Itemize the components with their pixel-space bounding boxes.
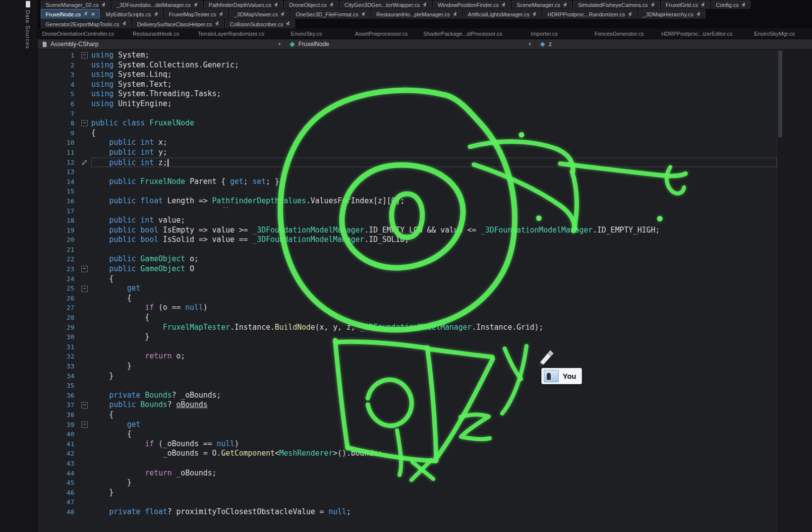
pin-icon[interactable]: [285, 21, 291, 28]
pin-icon[interactable]: [192, 1, 199, 8]
tab-config-cs[interactable]: Config.cs: [711, 0, 751, 9]
pin-icon[interactable]: [360, 11, 366, 18]
tab-envirosky-cs[interactable]: EnviroSky.cs: [269, 28, 344, 39]
pin-icon[interactable]: [500, 1, 507, 8]
tab-citygen3dgen-torwrapper-cs[interactable]: CityGen3DGen...torWrapper.cs: [340, 0, 432, 9]
code-line-17[interactable]: 17: [38, 206, 777, 216]
code-line-6[interactable]: 6using UnityEngine;: [38, 99, 777, 109]
code-line-36[interactable]: 36 private Bounds? _oBounds;: [38, 391, 777, 401]
code-line-24[interactable]: 24 {: [38, 274, 777, 284]
code-line-48[interactable]: 48 private float? proximityToClosestObst…: [38, 507, 777, 517]
code-line-2[interactable]: 2using System.Collections.Generic;: [38, 60, 777, 70]
code-line-3[interactable]: 3using System.Linq;: [38, 70, 777, 80]
code-line-19[interactable]: 19 public bool IsEmpty => value >= _3DFo…: [38, 226, 777, 236]
tab-close-icon[interactable]: ×: [91, 11, 95, 17]
code-line-21[interactable]: 21: [38, 245, 777, 255]
code-line-15[interactable]: 15: [38, 186, 777, 196]
code-line-40[interactable]: 40 {: [38, 429, 777, 439]
tab-shaderpackage-stprocessor-cs[interactable]: ShaderPackage...stProcessor.cs: [419, 28, 507, 39]
tab-fencesgenerator-cs[interactable]: FencesGenerator.cs: [582, 28, 657, 39]
pin-icon[interactable]: [82, 11, 89, 18]
code-line-16[interactable]: 16 public float Length => PathfinderDept…: [38, 196, 777, 206]
code-line-35[interactable]: 35: [38, 381, 777, 391]
code-line-39[interactable]: 39− get: [38, 420, 777, 430]
pin-icon[interactable]: [100, 1, 107, 8]
tab-importer-cs[interactable]: Importer.cs: [507, 28, 581, 39]
pin-icon[interactable]: [421, 1, 428, 8]
code-line-8[interactable]: 8−public class FruxelNode: [38, 118, 777, 128]
tab-fruxelmaptester-cs[interactable]: FruxelMapTester.cs: [164, 9, 228, 19]
tab-restaurantho-plemanager-cs[interactable]: RestaurantHo...pleManager.cs: [371, 9, 462, 19]
tab-droneobject-cs[interactable]: DroneObject.cs: [284, 0, 339, 9]
code-line-46[interactable]: 46 }: [38, 488, 777, 498]
tab-terrainlayerrandomizer-cs[interactable]: TerrainLayerRandomizer.cs: [193, 28, 269, 39]
tab-pathfinderdepthvalues-cs[interactable]: PathfinderDepthValues.cs: [204, 0, 283, 9]
fold-collapse-icon[interactable]: −: [81, 286, 88, 292]
project-dropdown[interactable]: Assembly-CSharp ▾: [38, 39, 285, 49]
code-line-27[interactable]: 27 if (o == null): [38, 303, 777, 313]
code-line-34[interactable]: 34 }: [38, 371, 777, 381]
tab-windowpositionfinder-cs[interactable]: WindowPositionFinder.cs: [433, 0, 511, 9]
code-line-45[interactable]: 45 }: [38, 478, 777, 488]
tab-generator2exportmaptools-cs[interactable]: Generator2ExportMapTools.cs: [41, 19, 131, 28]
pin-icon[interactable]: [740, 1, 747, 8]
code-line-12[interactable]: 12 public int z;: [38, 158, 777, 168]
tab-onesec3d-fileformat-cs[interactable]: OneSec3D_FileFormat.cs: [290, 9, 370, 19]
fold-collapse-icon[interactable]: −: [81, 402, 88, 409]
tab-artificiallightsmanager-cs[interactable]: ArtificialLightsManager.cs: [463, 9, 542, 19]
code-line-20[interactable]: 20 public bool IsSolid => value == _3DFo…: [38, 235, 777, 245]
tab-droneorientationcontroller-cs[interactable]: DroneOrientationController.cs: [38, 28, 118, 39]
code-line-31[interactable]: 31: [38, 342, 777, 352]
pin-icon[interactable]: [627, 11, 633, 18]
code-line-7[interactable]: 7: [38, 109, 777, 119]
scrollbar-thumb[interactable]: [778, 51, 782, 137]
code-line-32[interactable]: 32 return o;: [38, 352, 777, 361]
pin-icon[interactable]: [699, 1, 706, 8]
code-line-23[interactable]: 23− public GameObject O: [38, 264, 777, 274]
pin-icon[interactable]: [695, 11, 701, 18]
code-line-47[interactable]: 47: [38, 497, 777, 507]
fold-collapse-icon[interactable]: −: [81, 266, 88, 272]
code-line-14[interactable]: 14 public FruxelNode Parent { get; set; …: [38, 177, 777, 187]
code-line-37[interactable]: 37− public Bounds? oBounds: [38, 400, 777, 410]
code-line-1[interactable]: 1−using System;: [38, 51, 777, 60]
code-line-42[interactable]: 42 _oBounds = O.GetComponent<MeshRendere…: [38, 449, 777, 459]
data-sources-tab[interactable]: Data Sources: [25, 10, 31, 49]
code-line-22[interactable]: 22 public GameObject o;: [38, 254, 777, 264]
code-line-30[interactable]: 30 }: [38, 332, 777, 342]
pin-icon[interactable]: [273, 1, 279, 8]
tab-scenemanager-cs[interactable]: SceneManager.cs: [512, 0, 572, 9]
tab-myeditorscripts-cs[interactable]: MyEditorScripts.cs: [101, 9, 163, 19]
code-line-43[interactable]: 43: [38, 459, 777, 469]
tab-scenemanager-02-cs[interactable]: SceneManager_02.cs: [41, 0, 111, 9]
code-line-41[interactable]: 41 if (_oBounds == null): [38, 439, 777, 449]
code-line-4[interactable]: 4using System.Text;: [38, 80, 777, 90]
pin-icon[interactable]: [214, 21, 220, 28]
code-line-18[interactable]: 18 public int value;: [38, 216, 777, 226]
tab-3dmaphierarchy-cs[interactable]: _3DMapHierarchy.cs: [638, 9, 705, 19]
pin-icon[interactable]: [562, 1, 568, 8]
pin-icon[interactable]: [328, 1, 335, 8]
tab-hdrppostproc-izereditor-cs[interactable]: HDRPPostproc...izerEditor.cs: [657, 28, 737, 39]
code-editor[interactable]: 1−using System;2using System.Collections…: [38, 50, 777, 532]
tab-assetpreprocessor-cs[interactable]: AssetPreprocessor.cs: [344, 28, 419, 39]
tab-restauranthook-cs[interactable]: RestaurantHook.cs: [118, 28, 193, 39]
pin-icon[interactable]: [649, 1, 656, 8]
tab-collisionsubscriber-cs[interactable]: CollisionSubscriber.cs: [225, 19, 295, 28]
type-dropdown[interactable]: FruxelNode ▾: [285, 39, 535, 49]
pin-icon[interactable]: [218, 11, 224, 18]
tab-fruxelgrid-cs[interactable]: FruxelGrid.cs: [661, 0, 710, 9]
code-line-9[interactable]: 9{: [38, 128, 777, 138]
pin-icon[interactable]: [121, 21, 127, 28]
tab-deliverysurfaceclasshelper-cs[interactable]: DeliverySurfaceClassHelper.cs: [132, 19, 224, 28]
code-line-26[interactable]: 26 {: [38, 294, 777, 303]
member-dropdown[interactable]: z: [535, 39, 608, 49]
code-line-5[interactable]: 5using System.Threading.Tasks;: [38, 89, 777, 99]
code-line-38[interactable]: 38 {: [38, 410, 777, 420]
pin-icon[interactable]: [452, 11, 458, 18]
code-line-11[interactable]: 11 public int y;: [38, 148, 777, 158]
code-line-29[interactable]: 29 FruxelMapTester.Instance.BuildNode(x,…: [38, 323, 777, 333]
pin-icon[interactable]: [531, 11, 537, 18]
code-line-13[interactable]: 13: [38, 167, 777, 177]
tab-enviroskymgr-cs[interactable]: EnviroSkyMgr.cs: [737, 28, 812, 39]
